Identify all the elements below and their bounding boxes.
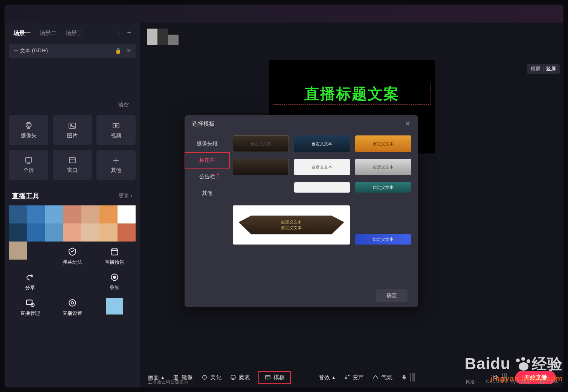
title-bar: [5, 5, 563, 23]
template-item[interactable]: 自定义文本: [294, 159, 350, 175]
palette-swatch[interactable]: [63, 205, 81, 223]
palette-swatch[interactable]: [99, 205, 118, 223]
scene-tab-2[interactable]: 场景二: [40, 30, 56, 37]
eye-icon[interactable]: 👁: [126, 48, 131, 54]
template-item[interactable]: 自定义文本: [355, 135, 411, 152]
palette-swatch[interactable]: [81, 223, 99, 242]
template-item[interactable]: 自定义文本: [355, 234, 411, 245]
svg-point-13: [69, 299, 75, 306]
chevron-up-icon: ▴: [332, 374, 335, 381]
bbtn-beauty[interactable]: 美化: [201, 374, 221, 381]
svg-point-9: [113, 276, 116, 279]
lock-icon[interactable]: 🔒: [115, 48, 121, 54]
source-item-label: 文本 (GDI+): [20, 47, 48, 54]
svg-rect-18: [266, 376, 270, 379]
palette-swatch[interactable]: [118, 223, 136, 242]
template-item[interactable]: [294, 182, 350, 193]
mic-button[interactable]: [401, 373, 415, 381]
scene-options-icon[interactable]: ⋮: [116, 29, 122, 37]
preview-header: [140, 23, 563, 45]
palette-swatch[interactable]: [118, 205, 136, 223]
source-item-text[interactable]: ▭ 文本 (GDI+) 🔒 👁: [9, 44, 136, 58]
add-video[interactable]: 视频: [96, 115, 136, 145]
cat-camera-frame[interactable]: 摄像头框: [185, 135, 230, 152]
scene-tabs: 场景一 场景二 场景三 ⋮ +: [9, 23, 136, 44]
svg-rect-7: [111, 249, 118, 255]
live-title-text[interactable]: 直播标题文案: [273, 83, 431, 105]
color-palette: [9, 205, 136, 242]
tool-schedule[interactable]: 直播预告: [93, 247, 136, 266]
live-tools-header: 直播工具 更多 ›: [9, 187, 136, 205]
cat-notice-board[interactable]: 公告栏: [185, 169, 230, 185]
svg-point-12: [71, 302, 74, 304]
bbtn-sound[interactable]: 音效 ▴: [319, 374, 335, 381]
palette-swatch[interactable]: [99, 223, 118, 242]
color-square[interactable]: [93, 298, 136, 317]
scene-tab-3[interactable]: 场景三: [66, 30, 82, 37]
palette-swatch[interactable]: [45, 223, 63, 242]
add-other[interactable]: 其他: [96, 150, 136, 180]
left-sidebar: 场景一 场景二 场景三 ⋮ + ▭ 文本 (GDI+) 🔒 👁 清空: [5, 23, 140, 387]
bottom-hint: 主播验证码公告提示: [148, 379, 188, 385]
tool-live-settings[interactable]: 直播设置: [51, 298, 93, 317]
template-grid: 自定义文案 自定义文本 自定义文本 自定义文本 自定义文本 自定义文本 自定义文…: [230, 132, 418, 284]
add-camera[interactable]: 摄像头: [9, 115, 48, 145]
palette-swatch[interactable]: [27, 223, 45, 242]
template-item[interactable]: 自定义文本: [355, 182, 411, 193]
annotation-arrow-icon: ↑: [215, 169, 221, 183]
svg-point-0: [27, 123, 30, 126]
palette-swatch[interactable]: [9, 205, 27, 223]
add-source-grid: 摄像头 图片 视频 全屏 窗口 其他: [9, 115, 136, 180]
bbtn-atmosphere[interactable]: 气氛: [372, 374, 392, 381]
template-item[interactable]: [233, 159, 289, 175]
template-item[interactable]: 自定义文案: [233, 135, 289, 152]
text-source-icon: ▭: [14, 48, 18, 54]
scene-add-icon[interactable]: +: [127, 29, 131, 37]
preview-thumbs: [147, 29, 179, 45]
palette-swatch[interactable]: [63, 223, 81, 242]
modal-title: 选择模板: [192, 120, 215, 128]
template-item-large[interactable]: 自定义文本自定义文本: [233, 205, 350, 245]
modal-header: 选择模板 ✕: [185, 115, 418, 132]
ok-button[interactable]: 确定: [376, 289, 408, 302]
add-image[interactable]: 图片: [53, 115, 92, 145]
svg-rect-5: [26, 158, 32, 162]
tool-grid: 弹幕玩法 直播预告 分享 录制 直播管理 直播设置: [9, 247, 136, 317]
tool-record[interactable]: 录制: [93, 272, 136, 291]
svg-point-17: [231, 375, 235, 380]
palette-swatch[interactable]: [27, 205, 45, 223]
palette-swatch[interactable]: [9, 223, 27, 242]
template-item[interactable]: 自定义文本: [355, 159, 411, 175]
bbtn-magic[interactable]: 魔表: [230, 374, 250, 381]
status-bar: 网络:-- CPU:2% 码率:0kbps 帧率:0fps: [466, 379, 558, 385]
close-icon[interactable]: ✕: [405, 120, 411, 128]
orient-horizontal[interactable]: 横屏: [531, 65, 541, 72]
clear-button[interactable]: 清空: [118, 102, 129, 108]
tools-more-button[interactable]: 更多 ›: [119, 193, 133, 199]
orient-vertical[interactable]: 竖屏: [546, 65, 556, 72]
bbtn-template[interactable]: 模板: [258, 371, 291, 384]
palette-swatch[interactable]: [45, 205, 63, 223]
modal-footer: 确定: [185, 284, 418, 307]
tool-danmu[interactable]: 弹幕玩法: [51, 247, 93, 266]
add-fullscreen[interactable]: 全屏: [9, 150, 48, 180]
palette-swatch[interactable]: [81, 205, 99, 223]
orientation-toggle[interactable]: 横屏 | 竖屏: [527, 64, 560, 74]
template-item[interactable]: 自定义文本: [294, 135, 350, 152]
cat-other[interactable]: 其他: [185, 185, 230, 202]
add-window[interactable]: 窗口: [53, 150, 92, 180]
modal-categories: 摄像头框 标题栏 公告栏 其他: [185, 132, 230, 284]
svg-rect-19: [404, 375, 405, 378]
cat-title-bar[interactable]: 标题栏: [185, 152, 230, 169]
tool-live-manage[interactable]: 直播管理: [9, 298, 51, 317]
live-tools-title: 直播工具: [12, 191, 39, 201]
svg-rect-6: [69, 158, 75, 163]
svg-point-1: [26, 122, 31, 128]
scene-tab-1[interactable]: 场景一: [14, 30, 31, 37]
template-modal: 选择模板 ✕ 摄像头框 标题栏 公告栏 其他 自定义文案 自定义文本 自定义文本…: [185, 115, 418, 307]
tool-share[interactable]: 分享: [9, 272, 51, 291]
bbtn-voice-change[interactable]: 变声: [344, 374, 364, 381]
